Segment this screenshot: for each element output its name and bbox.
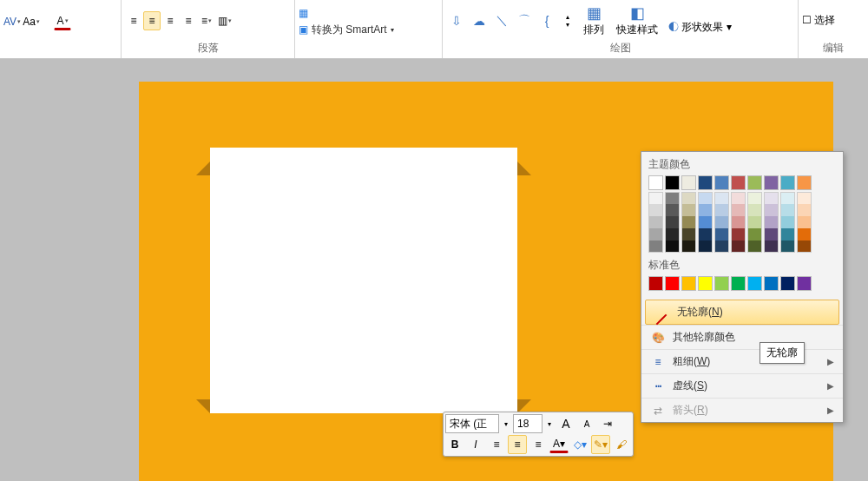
mini-shape-fill[interactable]: ◇▾	[570, 435, 589, 454]
color-swatch[interactable]	[731, 276, 746, 291]
dashes-item[interactable]: ┅ 虚线(S) ▶	[641, 373, 843, 398]
color-swatch[interactable]	[731, 204, 746, 216]
color-swatch[interactable]	[665, 276, 680, 291]
weight-item[interactable]: ≡ 粗细(W) ▶	[641, 349, 843, 373]
color-swatch[interactable]	[665, 175, 680, 190]
font-name-field[interactable]	[445, 414, 499, 433]
color-swatch[interactable]	[731, 228, 746, 240]
convert-smartart-button[interactable]: ▣ 转换为 SmartArt ▾	[299, 23, 394, 37]
shape-bracket-icon[interactable]: {	[536, 10, 557, 31]
quick-styles-button[interactable]: ◧ 快速样式	[616, 3, 658, 37]
color-swatch[interactable]	[681, 192, 696, 204]
color-swatch[interactable]	[648, 175, 663, 190]
bold-button[interactable]: B	[445, 435, 464, 454]
font-size-drop[interactable]: ▾	[544, 414, 555, 433]
mini-align-left[interactable]: ≡	[487, 435, 506, 454]
color-swatch[interactable]	[698, 228, 713, 240]
color-swatch[interactable]	[747, 240, 762, 253]
color-swatch[interactable]	[698, 276, 713, 291]
color-swatch[interactable]	[665, 240, 680, 253]
color-swatch[interactable]	[797, 175, 812, 190]
color-swatch[interactable]	[698, 175, 713, 190]
color-swatch[interactable]	[764, 204, 779, 216]
color-swatch[interactable]	[714, 204, 729, 216]
no-outline-item[interactable]: 无轮廓(N)	[645, 300, 839, 325]
shapes-more-button[interactable]: ▴▾	[559, 11, 576, 30]
color-swatch[interactable]	[797, 276, 812, 291]
color-swatch[interactable]	[714, 216, 729, 228]
color-swatch[interactable]	[797, 216, 812, 228]
color-swatch[interactable]	[764, 216, 779, 228]
color-swatch[interactable]	[764, 240, 779, 253]
font-size-field[interactable]	[513, 414, 542, 433]
shape-arrow-icon[interactable]: ⇩	[446, 10, 467, 31]
color-swatch[interactable]	[681, 175, 696, 190]
indent-button[interactable]: ⇥	[598, 414, 617, 433]
color-swatch[interactable]	[714, 175, 729, 190]
mini-shape-outline[interactable]: ✎▾	[591, 435, 610, 454]
char-spacing-button[interactable]: AV	[3, 12, 21, 31]
color-swatch[interactable]	[780, 204, 795, 216]
color-swatch[interactable]	[665, 204, 680, 216]
color-swatch[interactable]	[698, 192, 713, 204]
color-swatch[interactable]	[747, 192, 762, 204]
mini-align-right[interactable]: ≡	[529, 435, 548, 454]
color-swatch[interactable]	[764, 276, 779, 291]
shape-cloud-icon[interactable]: ☁	[469, 10, 490, 31]
color-swatch[interactable]	[731, 175, 746, 190]
color-swatch[interactable]	[731, 216, 746, 228]
color-swatch[interactable]	[648, 192, 663, 204]
color-swatch[interactable]	[780, 228, 795, 240]
color-swatch[interactable]	[698, 216, 713, 228]
align-justify-button[interactable]: ≡	[180, 11, 197, 30]
color-swatch[interactable]	[780, 216, 795, 228]
font-name-drop[interactable]: ▾	[501, 414, 511, 433]
mini-font-color[interactable]: A▾	[549, 437, 569, 453]
align-center-button[interactable]: ≡	[143, 11, 161, 30]
color-swatch[interactable]	[797, 228, 812, 240]
color-swatch[interactable]	[731, 192, 746, 204]
mini-format-painter[interactable]: 🖌	[612, 435, 631, 454]
shape-line-icon[interactable]: ＼	[491, 10, 512, 31]
color-swatch[interactable]	[648, 228, 663, 240]
shape-curve-icon[interactable]: ⌒	[514, 10, 535, 31]
italic-button[interactable]: I	[466, 435, 485, 454]
more-outline-colors-item[interactable]: 🎨 其他轮廓颜色	[641, 325, 843, 349]
color-swatch[interactable]	[714, 276, 729, 291]
color-swatch[interactable]	[648, 240, 663, 253]
color-swatch[interactable]	[797, 240, 812, 253]
shape-fill-button[interactable]	[668, 6, 732, 18]
line-spacing-button[interactable]: ≡	[198, 11, 215, 30]
color-swatch[interactable]	[780, 276, 795, 291]
color-swatch[interactable]	[780, 175, 795, 190]
color-swatch[interactable]	[681, 216, 696, 228]
color-swatch[interactable]	[714, 192, 729, 204]
shrink-font-button[interactable]: A	[577, 414, 596, 433]
color-swatch[interactable]	[731, 240, 746, 253]
color-swatch[interactable]	[747, 204, 762, 216]
color-swatch[interactable]	[764, 228, 779, 240]
color-swatch[interactable]	[681, 276, 696, 291]
color-swatch[interactable]	[648, 216, 663, 228]
color-swatch[interactable]	[681, 204, 696, 216]
align-text-button[interactable]: ▦	[299, 7, 314, 19]
color-swatch[interactable]	[747, 228, 762, 240]
color-swatch[interactable]	[797, 192, 812, 204]
select-button[interactable]: ☐ 选择	[802, 13, 835, 28]
arrange-button[interactable]: ▦ 排列	[583, 3, 604, 37]
color-swatch[interactable]	[797, 204, 812, 216]
shape-effects-button[interactable]: ◐ 形状效果 ▾	[668, 20, 732, 35]
columns-button[interactable]: ▥	[216, 11, 233, 30]
change-case-button[interactable]: Aa	[23, 12, 40, 31]
color-swatch[interactable]	[648, 204, 663, 216]
color-swatch[interactable]	[780, 192, 795, 204]
align-right-button[interactable]: ≡	[161, 11, 179, 30]
color-swatch[interactable]	[764, 192, 779, 204]
color-swatch[interactable]	[714, 228, 729, 240]
color-swatch[interactable]	[681, 240, 696, 253]
color-swatch[interactable]	[665, 228, 680, 240]
mini-align-center[interactable]: ≡	[508, 435, 527, 454]
color-swatch[interactable]	[747, 216, 762, 228]
color-swatch[interactable]	[648, 276, 663, 291]
color-swatch[interactable]	[780, 240, 795, 253]
